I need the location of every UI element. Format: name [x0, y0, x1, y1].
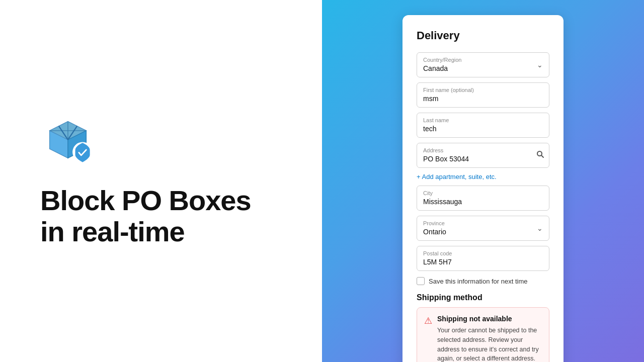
province-label: Province — [423, 220, 446, 226]
postal-value: L5M 5H7 — [423, 258, 452, 266]
box-verified-icon — [40, 115, 96, 165]
country-label: Country/Region — [423, 57, 461, 63]
last-name-label: Last name — [423, 117, 543, 123]
save-info-row[interactable]: Save this information for next time — [417, 277, 549, 285]
add-suite-link[interactable]: + Add apartment, suite, etc. — [417, 173, 549, 180]
first-name-label: First name (optional) — [423, 87, 543, 93]
save-checkbox[interactable] — [417, 277, 425, 285]
city-field[interactable]: City Mississauga — [417, 186, 549, 211]
shipping-section-title: Shipping method — [417, 293, 549, 302]
svg-line-9 — [541, 155, 543, 157]
province-value: Ontario — [423, 228, 446, 236]
address-value: PO Box 53044 — [423, 155, 469, 163]
error-body: Your order cannot be shipped to the sele… — [437, 326, 542, 362]
city-label: City — [423, 190, 543, 196]
country-value: Canada — [423, 64, 448, 72]
address-field[interactable]: Address PO Box 53044 — [417, 143, 549, 168]
chevron-down-icon: ⌄ — [537, 61, 543, 69]
right-panel: Delivery Country/Region Canada ⌄ First n… — [322, 0, 644, 362]
delivery-title: Delivery — [417, 29, 549, 42]
country-region-field[interactable]: Country/Region Canada ⌄ — [417, 52, 549, 77]
postal-label: Postal code — [423, 250, 543, 256]
logo-container — [40, 115, 111, 165]
hero-title: Block PO Boxes in real-time — [40, 185, 251, 247]
last-name-field[interactable]: Last name tech — [417, 113, 549, 138]
chevron-down-icon: ⌄ — [537, 224, 543, 232]
province-field[interactable]: Province Ontario ⌄ — [417, 216, 549, 241]
last-name-value: tech — [423, 125, 436, 133]
first-name-value: msm — [423, 95, 438, 103]
shipping-error-box: ⚠ Shipping not available Your order cann… — [417, 307, 549, 362]
error-title: Shipping not available — [437, 315, 542, 323]
save-label: Save this information for next time — [429, 278, 528, 285]
address-search-icon[interactable] — [536, 150, 544, 160]
postal-code-field[interactable]: Postal code L5M 5H7 — [417, 246, 549, 271]
address-label: Address — [423, 147, 543, 153]
left-panel: Block PO Boxes in real-time — [0, 0, 322, 362]
error-icon: ⚠ — [424, 315, 432, 326]
city-value: Mississauga — [423, 198, 462, 206]
delivery-card: Delivery Country/Region Canada ⌄ First n… — [403, 15, 564, 362]
first-name-field[interactable]: First name (optional) msm — [417, 82, 549, 108]
